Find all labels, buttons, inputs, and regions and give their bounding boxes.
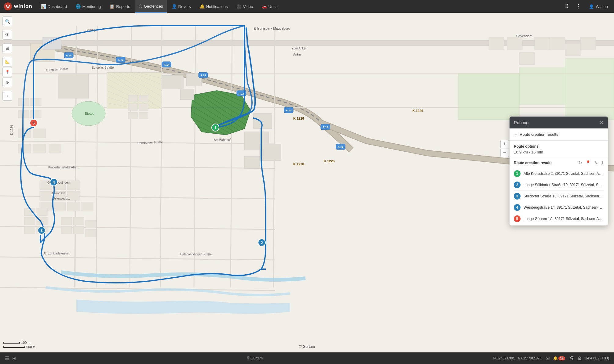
share-icon[interactable]: ⤴ xyxy=(601,160,604,166)
measure-button[interactable]: 📐 xyxy=(2,57,12,67)
logo-text: winlon xyxy=(14,3,32,9)
nav-dashboard[interactable]: 📊 Dashboard xyxy=(37,0,71,13)
svg-text:Zum Anker: Zum Anker xyxy=(292,47,307,50)
routing-title: Routing xyxy=(514,120,528,125)
user-menu[interactable]: 👤 Wialon xyxy=(587,4,610,9)
nav-units[interactable]: 🚗 Units xyxy=(258,0,281,13)
svg-text:A 14: A 14 xyxy=(164,63,170,66)
svg-rect-79 xyxy=(53,202,66,211)
svg-rect-69 xyxy=(254,114,272,129)
map-marker-1[interactable]: 1 xyxy=(211,124,219,132)
svg-rect-62 xyxy=(128,95,137,102)
search-button[interactable]: 🔍 xyxy=(2,16,12,26)
grid-icon[interactable]: ⠿ xyxy=(563,3,571,10)
svg-text:Osterweddinger Straße: Osterweddinger Straße xyxy=(180,253,212,256)
time-display: 14:47:02 (+03) xyxy=(585,356,609,360)
bottom-right: N 52° 02.8391' : E 011° 38.1878' ✉ 🔔 19 … xyxy=(493,355,609,361)
svg-rect-90 xyxy=(86,220,96,228)
svg-rect-27 xyxy=(18,144,31,153)
route-results-section: Route creation results ↻ 📍 ✎ ⤴ 1 Alte Kr… xyxy=(510,157,608,225)
svg-text:Am Bahnhof: Am Bahnhof xyxy=(214,138,231,142)
map-marker-5[interactable]: 5 xyxy=(30,119,38,127)
route-stop-1[interactable]: 1 Alte Kreisstraße 2, 39171 Sülzetal, Sa… xyxy=(514,168,604,179)
nav-geofences[interactable]: ⬡ Geofences xyxy=(135,0,167,13)
edit-icon[interactable]: ✎ xyxy=(594,160,598,166)
route-stop-3[interactable]: 3 Sülldorfer Straße 13, 39171 Sülzetal, … xyxy=(514,191,604,202)
svg-text:Leipzig: Leipzig xyxy=(86,28,95,32)
svg-rect-20 xyxy=(58,74,89,98)
bottom-left: ☰ ⊞ xyxy=(5,355,16,361)
routing-close-button[interactable]: ✕ xyxy=(600,120,604,125)
refresh-icon[interactable]: ↻ xyxy=(578,160,582,166)
map-marker-2[interactable]: 2 xyxy=(258,239,266,247)
stop-badge-5: 5 xyxy=(514,215,521,222)
route-stop-2[interactable]: 2 Lange Sülldorfer Straße 19, 39171 Sülz… xyxy=(514,179,604,191)
svg-text:Str. zur Badeanstalt: Str. zur Badeanstalt xyxy=(43,252,69,255)
pin-button[interactable]: 📍 xyxy=(2,67,12,77)
map-marker-4[interactable]: 4 xyxy=(50,178,58,186)
svg-rect-98 xyxy=(550,37,565,49)
map-container[interactable]: Biotop xyxy=(0,13,614,364)
left-toolbar: 🔍 👁 ⊞ 📐 📍 ⊙ › xyxy=(2,16,12,101)
settings-icon[interactable]: ⚙ xyxy=(577,355,582,361)
route-options-value: 10.9 km · 15 min xyxy=(514,150,604,154)
nav-drivers[interactable]: 👤 Drivers xyxy=(168,0,195,13)
svg-rect-81 xyxy=(81,202,93,211)
app-logo[interactable]: winlon xyxy=(4,2,32,11)
bottom-list-icon[interactable]: ☰ xyxy=(5,355,9,361)
svg-rect-66 xyxy=(128,112,137,119)
notification-badge[interactable]: 🔔 19 xyxy=(553,356,565,360)
layers-button[interactable]: ⊞ xyxy=(2,43,12,53)
printer-icon[interactable]: 🖨 xyxy=(569,355,574,361)
svg-text:K 1226: K 1226 xyxy=(324,159,334,163)
zoom-controls: + − xyxy=(500,140,509,157)
monitoring-icon: 🌐 xyxy=(75,4,81,9)
nav-video[interactable]: 🎥 Video xyxy=(233,0,257,13)
geofences-icon: ⬡ xyxy=(139,4,142,9)
route-results-header: Route creation results ↻ 📍 ✎ ⤴ xyxy=(514,160,604,166)
svg-text:Europlas Straße: Europlas Straße xyxy=(92,66,114,69)
svg-text:Kindertagsstätte Aber...: Kindertagsstätte Aber... xyxy=(48,166,80,169)
map-marker-3[interactable]: 3 xyxy=(38,226,46,234)
stop-badge-3: 3 xyxy=(514,193,521,200)
envelope-icon[interactable]: ✉ xyxy=(546,355,550,361)
routing-header: Routing ✕ xyxy=(510,117,608,128)
svg-rect-61 xyxy=(180,89,194,100)
nav-right: ⠿ ⋮ 👤 Wialon xyxy=(563,3,610,10)
user-name: Wialon xyxy=(596,4,608,9)
route-options-title: Route options xyxy=(514,144,604,149)
bottom-grid-icon[interactable]: ⊞ xyxy=(12,355,16,361)
eye-button[interactable]: 👁 xyxy=(2,30,12,40)
route-options-section: Route options 10.9 km · 15 min xyxy=(510,141,608,157)
svg-rect-84 xyxy=(24,217,35,225)
svg-point-0 xyxy=(4,2,12,10)
svg-text:K 1226: K 1226 xyxy=(293,162,304,166)
svg-rect-95 xyxy=(507,37,522,49)
pin-icon[interactable]: 📍 xyxy=(585,160,591,166)
svg-text:A 14: A 14 xyxy=(239,92,244,95)
svg-rect-70 xyxy=(260,144,281,161)
scale-bottom-label: 500 ft xyxy=(26,345,35,349)
nav-reports[interactable]: 📋 Reports xyxy=(106,0,134,13)
zoom-out-button[interactable]: − xyxy=(500,149,509,157)
svg-rect-64 xyxy=(128,104,137,110)
route-stop-5[interactable]: 5 Lange Göhren 1A, 39171 Sülzetal, Sachs… xyxy=(514,213,604,224)
zoom-in-button[interactable]: + xyxy=(500,140,509,148)
stop-text-3: Sülldorfer Straße 13, 39171 Sülzetal, Sa… xyxy=(524,194,604,198)
svg-rect-96 xyxy=(519,52,535,65)
dashboard-icon: 📊 xyxy=(41,4,46,9)
bottom-center: © Gurtam xyxy=(247,356,263,360)
nav-notifications[interactable]: 🔔 Notifications xyxy=(196,0,232,13)
svg-text:K 1226: K 1226 xyxy=(412,109,423,113)
more-options-icon[interactable]: ⋮ xyxy=(573,3,584,10)
svg-rect-103 xyxy=(565,59,614,120)
svg-rect-59 xyxy=(162,75,183,89)
nav-monitoring[interactable]: 🌐 Monitoring xyxy=(72,0,104,13)
route-stop-4[interactable]: 4 Weinbergstraße 14, 39171 Sülzetal, Sac… xyxy=(514,202,604,213)
svg-rect-22 xyxy=(31,98,41,106)
svg-rect-19 xyxy=(43,37,61,49)
arrow-button[interactable]: › xyxy=(2,91,12,101)
svg-rect-29 xyxy=(49,144,61,153)
routing-back-button[interactable]: ← Route creation results xyxy=(510,128,608,141)
group-button[interactable]: ⊙ xyxy=(2,77,12,87)
